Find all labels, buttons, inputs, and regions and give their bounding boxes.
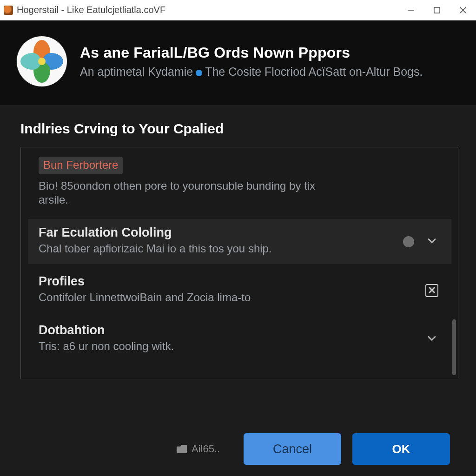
footer-hint: Ail65.. xyxy=(177,443,220,455)
cancel-button[interactable]: Cancel xyxy=(244,433,341,465)
dialog-subtitle-left: An aptimetal Kydamie xyxy=(80,65,193,79)
list-item[interactable]: Profiles Contifoler LinnettwoiBain and Z… xyxy=(28,268,451,313)
minimize-button[interactable] xyxy=(398,0,424,20)
scrollbar-thumb[interactable] xyxy=(452,319,456,375)
app-icon xyxy=(4,6,13,15)
dialog-title: As ane FarialL/BG Ords Nown Pppors xyxy=(80,44,423,61)
dialog-body: As ane FarialL/BG Ords Nown Pppors An ap… xyxy=(0,20,476,476)
chevron-down-icon[interactable] xyxy=(425,234,438,249)
list-item[interactable]: Far Eculation Cololing Chal tober apfior… xyxy=(28,219,451,264)
app-logo xyxy=(17,36,67,86)
chevron-down-icon[interactable] xyxy=(425,332,438,347)
dialog-subtitle-right: The Cosite Flocriod AcïSatt on-Altur Bog… xyxy=(205,65,423,79)
item-description: Tris: a6 ur non cooling witk. xyxy=(39,339,336,353)
window-title: Hogerstail - Like Eatulcjetliatla.coVF xyxy=(17,5,165,15)
item-pill: Bun Ferbortere xyxy=(39,157,123,174)
item-description: Bio! 85oondon othen pore to youronsuble … xyxy=(39,179,336,207)
list-item[interactable]: Dotbahtion Tris: a6 ur non cooling witk. xyxy=(28,317,451,362)
window-titlebar: Hogerstail - Like Eatulcjetliatla.coVF xyxy=(0,0,476,20)
section-heading: Indlries Crving to Your Cpalied xyxy=(0,105,476,147)
close-button[interactable] xyxy=(450,0,476,20)
svg-rect-1 xyxy=(434,7,440,13)
item-description: Chal tober apfiorizaic Mai io a this tos… xyxy=(39,242,336,256)
item-description: Contifoler LinnettwoiBain and Zocia lima… xyxy=(39,291,336,304)
maximize-button[interactable] xyxy=(424,0,450,20)
item-title: Profiles xyxy=(39,274,419,289)
footer-hint-text: Ail65.. xyxy=(192,443,220,455)
dialog-header: As ane FarialL/BG Ords Nown Pppors An ap… xyxy=(0,20,476,105)
options-list: Bun Ferbortere Bio! 85oondon othen pore … xyxy=(20,147,458,379)
dialog-footer: Ail65.. Cancel OK xyxy=(0,433,476,465)
scrollbar[interactable] xyxy=(450,147,456,379)
ok-button[interactable]: OK xyxy=(352,433,450,465)
list-item[interactable]: Bun Ferbortere Bio! 85oondon othen pore … xyxy=(28,150,451,215)
cancel-button-label: Cancel xyxy=(273,442,312,456)
remove-icon[interactable]: ✕ xyxy=(425,284,438,297)
ok-button-label: OK xyxy=(392,442,410,456)
status-dot-icon xyxy=(403,236,414,247)
item-title: Dotbahtion xyxy=(39,323,419,337)
item-title: Far Eculation Cololing xyxy=(39,225,419,240)
dialog-subtitle: An aptimetal Kydamie The Cosite Flocriod… xyxy=(80,65,423,79)
folder-icon xyxy=(177,445,187,453)
info-dot-icon xyxy=(196,70,202,76)
window-controls xyxy=(398,0,476,20)
